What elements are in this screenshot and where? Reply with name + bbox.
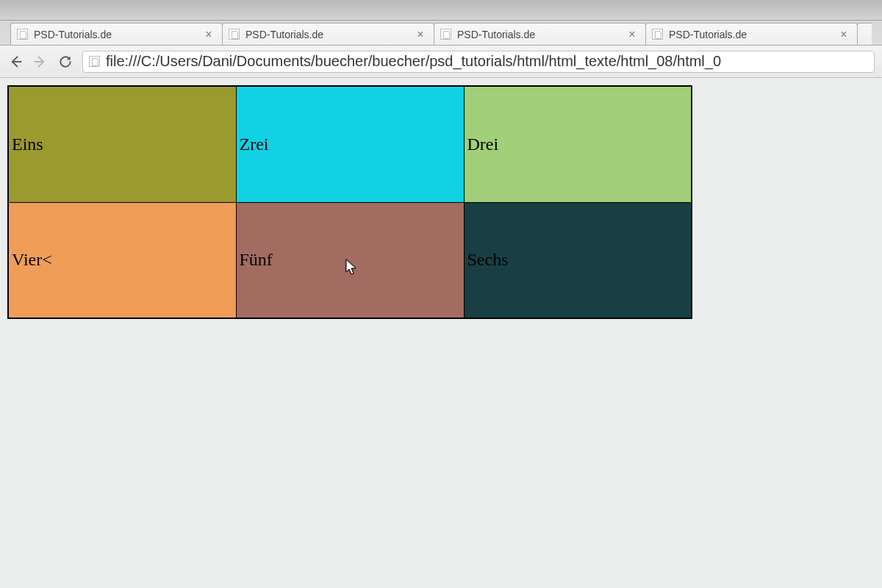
file-icon <box>89 56 100 67</box>
browser-tab-overflow[interactable] <box>857 23 872 45</box>
tab-title: PSD-Tutorials.de <box>34 29 197 40</box>
window-titlebar <box>0 0 882 21</box>
reload-button[interactable] <box>57 54 74 70</box>
close-icon[interactable]: × <box>415 29 426 40</box>
table-cell: Zrei <box>236 86 464 202</box>
browser-tab[interactable]: PSD-Tutorials.de × <box>222 23 434 45</box>
file-icon <box>17 29 28 40</box>
tab-title: PSD-Tutorials.de <box>245 29 409 40</box>
browser-toolbar: file:///C:/Users/Dani/Documents/buecher/… <box>0 46 882 78</box>
table-cell: Fünf <box>236 202 464 318</box>
browser-tab[interactable]: PSD-Tutorials.de × <box>434 23 646 45</box>
table-row: Vier< Fünf Sechs <box>8 202 692 318</box>
table-cell: Sechs <box>464 202 692 318</box>
browser-tab[interactable]: PSD-Tutorials.de × <box>10 23 223 45</box>
file-icon <box>229 29 240 40</box>
forward-button[interactable] <box>32 54 49 70</box>
file-icon <box>440 29 451 40</box>
table-row: Eins Zrei Drei <box>8 86 692 202</box>
tab-strip: PSD-Tutorials.de × PSD-Tutorials.de × PS… <box>0 21 882 46</box>
close-icon[interactable]: × <box>203 29 215 40</box>
back-button[interactable] <box>7 54 24 70</box>
table-cell: Drei <box>464 86 692 202</box>
tab-title: PSD-Tutorials.de <box>457 29 620 40</box>
page-viewport: Eins Zrei Drei Vier< Fünf Sechs <box>0 78 882 326</box>
browser-tab[interactable]: PSD-Tutorials.de × <box>645 23 858 45</box>
address-bar-url: file:///C:/Users/Dani/Documents/buecher/… <box>106 53 721 70</box>
tab-title: PSD-Tutorials.de <box>669 29 832 40</box>
file-icon <box>652 29 663 40</box>
table-cell: Eins <box>8 86 236 202</box>
color-table: Eins Zrei Drei Vier< Fünf Sechs <box>7 85 692 319</box>
address-bar[interactable]: file:///C:/Users/Dani/Documents/buecher/… <box>82 51 875 73</box>
close-icon[interactable]: × <box>626 29 638 40</box>
close-icon[interactable]: × <box>838 29 850 40</box>
table-cell: Vier< <box>8 202 236 318</box>
